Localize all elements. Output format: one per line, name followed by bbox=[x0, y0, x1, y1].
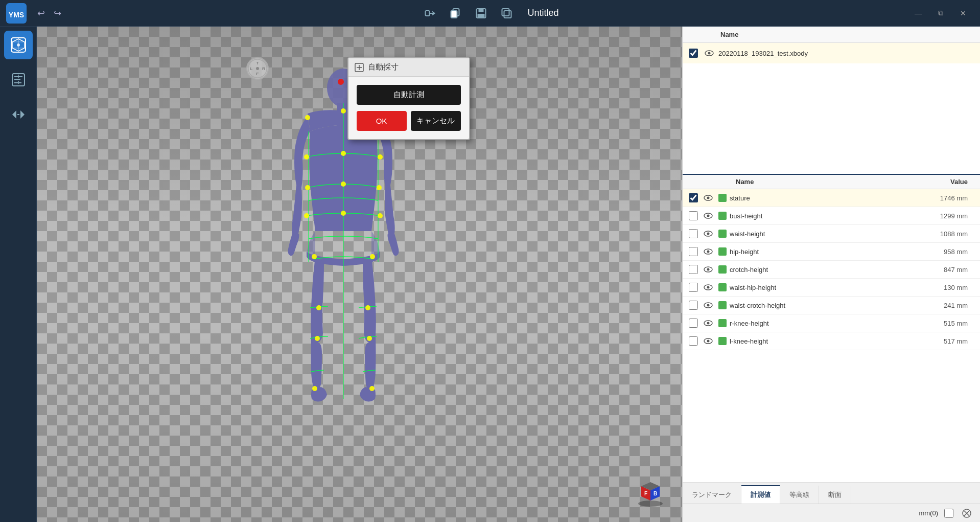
meas-eye-stature[interactable] bbox=[701, 192, 715, 204]
meas-checkbox-waist-crotch-height[interactable] bbox=[689, 301, 698, 310]
svg-text:L: L bbox=[250, 66, 252, 71]
svg-point-57 bbox=[708, 52, 711, 55]
meas-row: r-knee-height 515 mm bbox=[683, 314, 980, 332]
meas-row: stature 1746 mm bbox=[683, 189, 980, 207]
sidebar-btn-measurements[interactable] bbox=[4, 65, 33, 94]
meas-value-hip-height: 958 mm bbox=[923, 248, 974, 256]
svg-point-11 bbox=[17, 43, 20, 47]
cancel-button[interactable]: キャンセル bbox=[411, 111, 461, 131]
meas-row: l-knee-height 517 mm bbox=[683, 332, 980, 350]
file-checkbox[interactable] bbox=[689, 49, 698, 58]
svg-point-29 bbox=[378, 154, 383, 160]
meas-value-waist-height: 1088 mm bbox=[923, 230, 974, 238]
svg-text:YMS: YMS bbox=[9, 11, 24, 19]
meas-row: waist-hip-height 130 mm bbox=[683, 279, 980, 297]
svg-point-59 bbox=[707, 197, 710, 199]
dialog-title-bar: 自動採寸 bbox=[348, 58, 469, 77]
status-unit: mm(0) bbox=[919, 509, 938, 517]
meas-eye-l-knee-height[interactable] bbox=[701, 335, 715, 347]
sidebar-btn-3dview[interactable] bbox=[4, 31, 33, 59]
meas-eye-hip-height[interactable] bbox=[701, 245, 715, 258]
svg-point-27 bbox=[341, 151, 346, 156]
app-title: Untitled bbox=[527, 8, 558, 18]
title-bar: YMS ↩ ↪ bbox=[0, 0, 980, 27]
svg-point-28 bbox=[304, 154, 309, 160]
measurements-header: Name Value bbox=[683, 175, 980, 189]
status-bar: mm(0) bbox=[683, 504, 980, 522]
svg-point-41 bbox=[367, 336, 372, 341]
tab-landmark[interactable]: ランドマーク bbox=[683, 485, 741, 504]
meas-value-header: Value bbox=[918, 178, 974, 186]
meas-name-waist-crotch-height: waist-crotch-height bbox=[730, 302, 923, 309]
measurements-list: stature 1746 mm bust-height 1299 mm bbox=[683, 189, 980, 482]
minimize-button[interactable]: — bbox=[907, 5, 929, 21]
meas-value-waist-crotch-height: 241 mm bbox=[923, 302, 974, 309]
undo-button[interactable]: ↩ bbox=[33, 5, 49, 21]
tab-measurements[interactable]: 計測値 bbox=[741, 485, 780, 504]
tab-section[interactable]: 断面 bbox=[819, 485, 851, 504]
svg-point-71 bbox=[707, 304, 710, 307]
right-panel: Name 20220118_193021_test.xbody Name bbox=[682, 27, 980, 522]
cube-gizmo[interactable]: F B bbox=[634, 474, 667, 507]
svg-rect-2 bbox=[425, 11, 429, 16]
meas-checkbox-crotch-height[interactable] bbox=[689, 265, 698, 274]
svg-point-63 bbox=[707, 233, 710, 235]
copy-button[interactable] bbox=[447, 5, 464, 22]
link-button[interactable] bbox=[421, 5, 438, 22]
meas-eye-waist-crotch-height[interactable] bbox=[701, 299, 715, 311]
meas-eye-crotch-height[interactable] bbox=[701, 263, 715, 276]
meas-eye-r-knee-height[interactable] bbox=[701, 317, 715, 329]
meas-value-waist-hip-height: 130 mm bbox=[923, 284, 974, 291]
auto-calc-button[interactable]: 自動計測 bbox=[357, 85, 461, 105]
status-checkbox[interactable] bbox=[944, 509, 953, 518]
meas-name-bust-height: bust-height bbox=[730, 212, 923, 220]
svg-point-30 bbox=[341, 181, 346, 187]
meas-checkbox-r-knee-height[interactable] bbox=[689, 319, 698, 328]
measurements-section: Name Value stature 1746 mm bbox=[683, 175, 980, 504]
svg-point-32 bbox=[377, 185, 382, 190]
meas-eye-waist-height[interactable] bbox=[701, 228, 715, 240]
meas-checkbox-hip-height[interactable] bbox=[689, 247, 698, 256]
sidebar bbox=[0, 27, 37, 522]
close-button[interactable]: ✕ bbox=[952, 5, 974, 21]
file-visibility-toggle[interactable] bbox=[702, 46, 716, 60]
svg-rect-6 bbox=[478, 9, 483, 12]
meas-eye-waist-hip-height[interactable] bbox=[701, 281, 715, 293]
settings-icon[interactable] bbox=[960, 506, 974, 520]
svg-text:F: F bbox=[644, 491, 647, 496]
viewport[interactable]: T F L R 自動採寸 自動計測 OK キャンセル bbox=[37, 27, 682, 522]
save-button[interactable] bbox=[472, 5, 489, 22]
meas-row: crotch-height 847 mm bbox=[683, 261, 980, 279]
maximize-button[interactable]: ⧉ bbox=[930, 5, 951, 21]
meas-checkbox-stature[interactable] bbox=[689, 193, 698, 202]
redo-button[interactable]: ↪ bbox=[49, 5, 65, 21]
svg-point-75 bbox=[707, 340, 710, 343]
svg-point-67 bbox=[707, 268, 710, 271]
meas-checkbox-waist-height[interactable] bbox=[689, 229, 698, 238]
svg-text:B: B bbox=[654, 491, 657, 496]
meas-name-crotch-height: crotch-height bbox=[730, 266, 923, 274]
svg-point-33 bbox=[341, 211, 346, 216]
meas-row: waist-crotch-height 241 mm bbox=[683, 297, 980, 314]
meas-value-crotch-height: 847 mm bbox=[923, 266, 974, 274]
meas-value-bust-height: 1299 mm bbox=[923, 212, 974, 220]
compass-widget[interactable]: T F L R bbox=[246, 57, 269, 80]
file-list-section: Name 20220118_193021_test.xbody bbox=[683, 27, 980, 175]
meas-color-l-knee-height bbox=[718, 337, 727, 345]
ok-button[interactable]: OK bbox=[357, 111, 407, 131]
meas-checkbox-bust-height[interactable] bbox=[689, 211, 698, 220]
export-button[interactable] bbox=[498, 5, 515, 22]
meas-color-r-knee-height bbox=[718, 319, 727, 327]
svg-point-24 bbox=[341, 108, 346, 114]
meas-eye-bust-height[interactable] bbox=[701, 210, 715, 222]
tab-contour[interactable]: 等高線 bbox=[780, 485, 819, 504]
svg-point-19 bbox=[338, 79, 344, 85]
meas-name-hip-height: hip-height bbox=[730, 248, 923, 256]
svg-text:F: F bbox=[256, 72, 259, 76]
meas-checkbox-waist-hip-height[interactable] bbox=[689, 283, 698, 292]
svg-point-65 bbox=[707, 251, 710, 253]
file-list-header: Name bbox=[683, 27, 980, 43]
sidebar-btn-compare[interactable] bbox=[4, 100, 33, 129]
meas-checkbox-l-knee-height[interactable] bbox=[689, 336, 698, 346]
meas-color-bust-height bbox=[718, 212, 727, 220]
